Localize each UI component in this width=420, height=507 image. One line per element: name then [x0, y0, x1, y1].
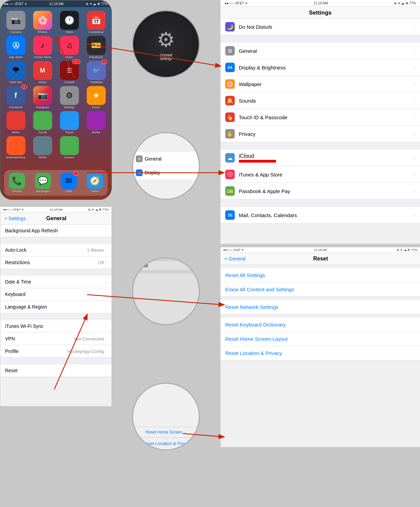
general-row-restrictions[interactable]: Restrictions Off › — [0, 256, 111, 269]
settings-time: 11:16 AM — [314, 1, 328, 5]
app-clock[interactable]: 🕐 Clock — [57, 11, 82, 34]
app-passbook[interactable]: 🎫 Passbook — [84, 36, 108, 59]
settings-row-wallpaper[interactable]: 🌸 Wallpaper › — [220, 76, 420, 92]
general-sep-4 — [0, 358, 111, 364]
settings-row-passbook[interactable]: 🎫 Passbook & Apple Pay › — [220, 183, 420, 199]
settings-back-button[interactable]: < Settings — [4, 216, 26, 221]
settings-row-touchid[interactable]: 👆 Touch ID & Passcode › — [220, 109, 420, 126]
app-settings[interactable]: ⚙ Settings — [57, 86, 82, 109]
reset-panel: ●●○○○ AT&T ✦ 11:16 AM ⊕ ✦ ☁ ❋ 77% < Gene… — [220, 247, 420, 447]
app-music[interactable]: ♫ Music — [57, 36, 82, 59]
autolock-label: Auto-Lock — [5, 247, 87, 253]
app-folder-social[interactable]: Social — [30, 111, 55, 134]
dock-phone[interactable]: 📞 Phone — [9, 173, 25, 193]
app-folder-games[interactable]: Games — [57, 136, 82, 159]
general-row-vpn[interactable]: VPN Not Connected › — [0, 333, 111, 345]
wallpaper-label: Wallpaper — [239, 81, 414, 87]
settings-row-donotdisturb[interactable]: 🌙 Do Not Disturb › — [220, 19, 420, 35]
app-appstore[interactable]: Ⓐ App Store — [3, 36, 28, 59]
display-icon: AA — [225, 63, 235, 72]
general-nav: < Settings General — [0, 213, 111, 225]
privacy-chevron: › — [414, 131, 415, 136]
general-row-language[interactable]: Language & Region › — [0, 301, 111, 313]
sounds-label: Sounds — [239, 98, 414, 104]
app-folder-travel[interactable]: Travel — [57, 111, 82, 134]
reset-nav: < General Reset — [220, 253, 420, 265]
reset-all-settings[interactable]: Reset All Settings — [220, 268, 420, 282]
app-tweetbot[interactable]: 🐦 2 Tweetbot — [84, 61, 108, 84]
dock-messages[interactable]: 💬 Messages — [35, 173, 51, 193]
app-camera[interactable]: 📷 Camera — [3, 11, 28, 34]
wallpaper-icon: 🌸 — [225, 79, 235, 89]
ituneswifi-chevron: › — [105, 324, 107, 329]
app-folder-entertainment[interactable]: Entertainment — [3, 136, 28, 159]
vpn-value: Not Connected — [75, 336, 104, 341]
reset-network[interactable]: Reset Network Settings — [220, 300, 420, 314]
app-darksky[interactable]: 🌩 Dark Sky — [3, 61, 28, 84]
ituneswifi-label: iTunes Wi-Fi Sync — [5, 323, 105, 329]
general-row-keyboard[interactable]: Keyboard — [0, 288, 111, 301]
app-instagram[interactable]: 📷 Instagram — [30, 86, 55, 109]
general-row-datetime[interactable]: Date & Time › — [0, 276, 111, 288]
settings-row-privacy[interactable]: ✋ Privacy › — [220, 126, 420, 142]
app-folder-media[interactable]: Media — [84, 111, 108, 134]
zoom-bottom-row-1: Reset Home Screen… — [133, 427, 199, 437]
reset-location-privacy[interactable]: Reset Location & Privacy — [220, 346, 420, 360]
app-folder-photo[interactable]: Photo — [30, 136, 55, 159]
general-time: 11:16 AM — [49, 208, 62, 211]
datetime-chevron: › — [105, 279, 107, 284]
app-empty — [84, 136, 108, 159]
settings-row-mail[interactable]: ✉ Mail, Contacts, Calendars › — [220, 207, 420, 224]
passbook-icon: 🎫 — [225, 186, 235, 196]
general-row-autolock[interactable]: Auto-Lock 1 Minute › — [0, 244, 111, 256]
datetime-label: Date & Time — [5, 279, 105, 284]
settings-row-general[interactable]: ⚙ General › — [220, 43, 420, 59]
touchid-chevron: › — [414, 114, 415, 120]
app-imore[interactable]: M iMore — [30, 61, 55, 84]
mail-icon: ✉ — [225, 210, 235, 220]
privacy-label: Privacy — [239, 131, 414, 137]
general-back-button[interactable]: < General — [225, 256, 246, 261]
app-itunes[interactable]: ♪ iTunes Store — [30, 36, 55, 59]
dock-safari[interactable]: 🧭 Safari — [87, 173, 103, 193]
itunesstore-label: iTunes & App Store — [239, 172, 414, 177]
general-row-itunes-wifi[interactable]: iTunes Wi-Fi Sync › — [0, 320, 111, 333]
settings-separator-3 — [220, 199, 420, 207]
general-row-reset[interactable]: Reset › — [0, 364, 111, 377]
zoom-circle-general: ⚙ General AA Display — [132, 132, 200, 200]
app-photos[interactable]: 🌸 Photos — [30, 11, 55, 34]
icloud-storage-bar — [239, 160, 276, 163]
itunesstore-chevron: › — [414, 172, 415, 177]
restrictions-label: Restrictions — [5, 260, 98, 265]
iphone-home-screen: ●●○○○ AT&T ✦ 11:16 AM ⊕ ✦ ☁ ❋ 77% 📷 Came… — [0, 0, 112, 200]
reset-erase-all[interactable]: Erase All Content and Settings — [220, 282, 420, 297]
app-fantastical[interactable]: 📅 Fantastical — [84, 11, 108, 34]
passbook-label: Passbook & Apple Pay — [239, 188, 414, 194]
app-grid: 📷 Camera 🌸 Photos 🕐 Clock 📅 Fantastical … — [1, 8, 111, 162]
general-sep-1 — [0, 237, 111, 244]
settings-row-itunesstore[interactable]: Ⓐ iTunes & App Store › — [220, 166, 420, 183]
general-row-profile[interactable]: Profile HockeyApp Config › — [0, 345, 111, 358]
settings-row-display[interactable]: AA Display & Brightness › — [220, 59, 420, 76]
zoom-display-label: Display — [145, 170, 160, 175]
settings-status-bar: ●●○○○ AT&T ✦ 11:16 AM ⊕ ✦ ☁ ❋ 77% — [220, 0, 420, 7]
mail-chevron: › — [414, 212, 415, 218]
display-chevron: › — [414, 65, 415, 70]
settings-row-sounds[interactable]: 🔔 Sounds › — [220, 92, 420, 109]
app-faves[interactable]: ★ Faves — [84, 86, 108, 109]
dock-mail[interactable]: ✉ 1 Mail — [61, 173, 77, 193]
app-facebook[interactable]: f 1 Facebook — [3, 86, 28, 109]
bgrefresh-label: Background App Refresh — [5, 228, 105, 233]
general-sep-3 — [0, 313, 111, 320]
general-row-bgrefresh[interactable]: Background App Refresh › — [0, 225, 111, 237]
app-folder-imore[interactable]: iMore — [3, 111, 28, 134]
touchid-icon: 👆 — [225, 112, 235, 122]
reset-home-screen[interactable]: Reset Home Screen Layout — [220, 332, 420, 346]
settings-row-icloud[interactable]: ☁ iCloud › — [220, 150, 420, 166]
donotdisturb-icon: 🌙 — [225, 22, 235, 31]
passbook-chevron: › — [414, 188, 415, 194]
reset-status-bar: ●●○○○ AT&T ✦ 11:16 AM ⊕ ✦ ☁ ❋ 77% — [220, 247, 420, 253]
reset-sep-2 — [220, 314, 420, 318]
app-unread[interactable]: ☰ 359 Unread — [57, 61, 82, 84]
reset-keyboard[interactable]: Reset Keyboard Dictionary — [220, 318, 420, 332]
